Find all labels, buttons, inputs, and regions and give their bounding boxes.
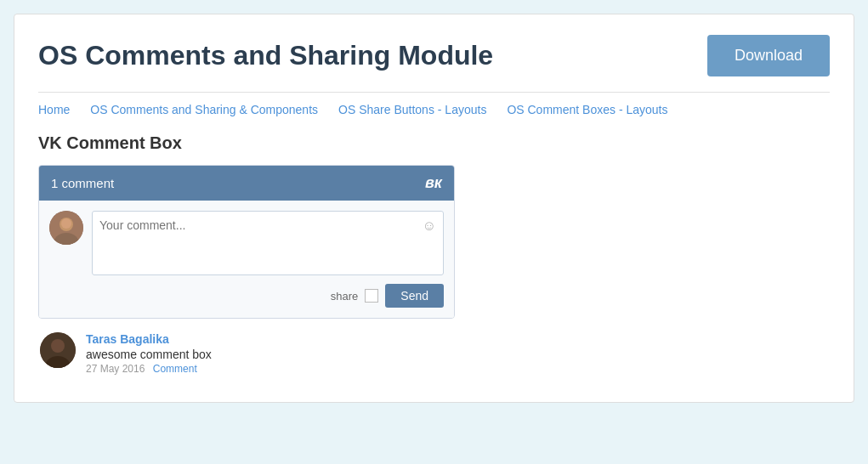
share-label: share (331, 290, 359, 303)
emoji-icon[interactable]: ☺ (423, 218, 436, 234)
commenter-avatar (40, 332, 76, 368)
navigation: Home OS Comments and Sharing & Component… (38, 92, 830, 116)
vk-logo-icon: вк (425, 174, 442, 192)
comment-count: 1 comment (51, 176, 114, 190)
page-title: OS Comments and Sharing Module (38, 40, 493, 71)
comment-reply-link[interactable]: Comment (153, 363, 197, 375)
svg-point-5 (51, 339, 65, 353)
nav-share-layouts[interactable]: OS Share Buttons - Layouts (338, 103, 486, 116)
section-title: VK Comment Box (38, 133, 830, 153)
download-button[interactable]: Download (707, 35, 830, 76)
nav-home[interactable]: Home (38, 103, 70, 116)
comment-meta: 27 May 2016 Comment (86, 363, 212, 375)
send-button[interactable]: Send (385, 284, 444, 308)
vk-header: 1 comment вк (39, 166, 454, 201)
header: OS Comments and Sharing Module Download (38, 35, 830, 76)
vk-widget: 1 comment вк ☺ share (38, 165, 455, 319)
comment-input-row: ☺ (49, 211, 444, 275)
nav-components[interactable]: OS Comments and Sharing & Components (90, 103, 318, 116)
user-avatar (49, 211, 83, 245)
vk-body: ☺ share Send (39, 201, 454, 318)
comment-text: awesome comment box (86, 348, 212, 361)
comment-textarea[interactable] (93, 212, 443, 271)
comment-author[interactable]: Taras Bagalika (86, 332, 212, 346)
nav-comment-layouts[interactable]: OS Comment Boxes - Layouts (507, 103, 667, 116)
comment-textarea-wrap: ☺ (92, 211, 444, 275)
comment-content: Taras Bagalika awesome comment box 27 Ma… (86, 332, 212, 375)
svg-point-3 (61, 218, 71, 229)
main-card: OS Comments and Sharing Module Download … (14, 14, 854, 403)
share-checkbox[interactable] (365, 289, 378, 303)
comment-item: Taras Bagalika awesome comment box 27 Ma… (38, 332, 830, 375)
comment-date: 27 May 2016 (86, 363, 145, 375)
vk-actions: share Send (49, 284, 444, 308)
